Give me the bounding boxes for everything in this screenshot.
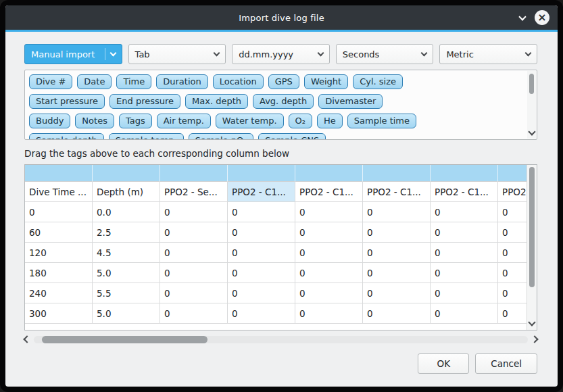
column-header[interactable]: Depth (m) [93,182,160,202]
tag-pill[interactable]: O₂ [289,114,312,128]
tag-pill[interactable]: Sample temp. [109,133,184,140]
combo-value: Tab [135,49,150,59]
combo-value: Metric [446,49,473,59]
drop-target-cell[interactable] [295,165,363,182]
tag-scrollbar[interactable] [527,71,536,139]
tag-pill[interactable]: Sample CNS [258,133,326,140]
column-header[interactable]: PPO2 - C1... [363,182,431,202]
combo-import-mode[interactable]: Manual import [24,44,122,64]
dialog-body: Manual importTabdd.mm.yyyySecondsMetric … [5,32,558,387]
drop-target-cell[interactable] [93,165,160,182]
table-cell: 0 [363,303,431,324]
tag-area: Dive #DateTimeDurationLocationGPSWeightC… [24,70,537,140]
scroll-down-icon[interactable] [528,128,535,135]
column-header[interactable]: Dive Time ... [25,182,93,202]
table-cell: 0 [431,243,498,263]
tag-pill[interactable]: End pressure [109,94,180,109]
tag-pill[interactable]: Divemaster [318,94,383,109]
drop-target-cell[interactable] [228,165,295,182]
tag-pill[interactable]: Location [213,74,264,89]
chevron-down-icon [421,50,428,57]
tag-pill[interactable]: Dive # [29,74,72,89]
tag-pill[interactable]: He [317,114,343,128]
table-cell: 0 [295,283,363,303]
table-cell: 0 [160,263,228,283]
drop-target-cell[interactable] [363,165,431,182]
scroll-down-icon[interactable] [528,318,535,326]
column-header[interactable]: PPO2 - C1... [295,182,363,202]
scroll-left-icon[interactable] [23,335,30,343]
table-row: 00.0000000 [25,202,537,222]
table-cell: 180 [25,263,93,283]
tag-pill[interactable]: Sample pO₂ [189,133,254,140]
tag-pill[interactable]: Notes [75,114,114,128]
drop-target-cell[interactable] [25,165,93,182]
close-button[interactable]: × [535,10,549,25]
tag-pill[interactable]: Buddy [29,114,70,128]
import-dialog: Import dive log file × Manual importTabd… [5,5,558,387]
combo-value: Manual import [31,49,95,59]
tag-pill[interactable]: Start pressure [29,94,105,109]
titlebar-buttons: × [520,5,549,30]
tag-pill[interactable]: Max. depth [185,94,248,109]
table-cell: 0 [160,283,228,303]
combo-field-separator[interactable]: Tab [128,44,226,64]
tag-pill[interactable]: Sample depth [29,133,104,140]
table-cell: 0 [160,202,228,222]
tag-pill[interactable]: Cyl. size [353,74,403,89]
chevron-down-icon [317,50,324,57]
table-vscrollbar[interactable] [527,165,537,330]
tag-scrollbar-thumb[interactable] [529,74,534,94]
table-cell: 0 [160,222,228,243]
table-vscrollbar-thumb[interactable] [529,167,535,287]
combo-date-format[interactable]: dd.mm.yyyy [232,44,330,64]
table-row: 2405.5000000 [25,283,537,303]
cancel-button[interactable]: Cancel [475,353,537,374]
table-cell: 240 [25,283,93,303]
table-cell: 0 [431,283,498,303]
combo-units[interactable]: Metric [439,44,537,64]
table-cell: 0 [228,222,295,243]
tag-pill[interactable]: Date [77,74,112,89]
drop-target-cell[interactable] [431,165,498,182]
table-cell: 0 [295,202,363,222]
table-hscrollbar-thumb[interactable] [42,336,207,343]
table-cell: 0 [160,303,228,324]
column-header[interactable]: PPO2 - Se... [160,182,228,202]
dialog-buttons: OK Cancel [24,353,537,374]
table-cell: 0 [228,263,295,283]
hscrollbar-track[interactable] [34,336,528,343]
titlebar[interactable]: Import dive log file × [5,5,558,32]
column-header[interactable]: PPO2 - C1... [431,182,498,202]
table-cell: 0 [363,283,431,303]
table-hscrollbar[interactable] [24,335,537,344]
table-cell: 0 [295,243,363,263]
window-title: Import dive log file [239,13,324,23]
tag-pill[interactable]: Tags [119,114,152,128]
chevron-down-icon [109,50,116,57]
tag-pill[interactable]: Water temp. [216,114,284,128]
ok-button[interactable]: OK [418,353,469,374]
table-cell: 0 [228,283,295,303]
tag-pill[interactable]: Avg. depth [253,94,314,109]
tag-pill[interactable]: GPS [268,74,299,89]
shade-chevron-icon[interactable] [518,13,526,20]
table-cell: 0 [160,243,228,263]
instruction-text: Drag the tags above to each correspondin… [24,148,537,159]
combo-value: dd.mm.yyyy [239,49,293,59]
tag-pill[interactable]: Air temp. [157,114,211,128]
drop-target-cell[interactable] [160,165,228,182]
combo-value: Seconds [343,49,380,59]
table-cell: 0 [363,202,431,222]
table-cell: 0 [295,222,363,243]
tag-pill[interactable]: Duration [156,74,207,89]
combo-duration-format[interactable]: Seconds [336,44,434,64]
column-header[interactable]: PPO2 - C1... [228,182,295,202]
tag-pill[interactable]: Weight [304,74,348,89]
scroll-right-icon[interactable] [531,335,538,343]
tag-row: Dive #DateTimeDurationLocationGPSWeightC… [29,74,523,89]
tag-pill[interactable]: Sample time [347,114,416,128]
tag-pill[interactable]: Time [116,74,151,89]
table-cell: 0 [431,303,498,324]
table-cell: 0 [25,202,93,222]
